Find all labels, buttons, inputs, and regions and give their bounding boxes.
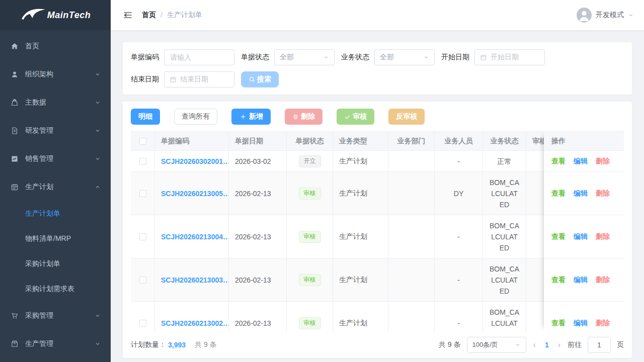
query-all-button[interactable]: 查询所有 [174,109,217,125]
doc-status-value: 全部 [280,53,294,62]
start-date-input[interactable]: 开始日期 [474,49,545,65]
breadcrumb-home[interactable]: 首页 [142,11,156,20]
view-link[interactable]: 查看 [551,232,566,241]
chevron-down-icon [423,54,429,60]
doc-code-input[interactable] [164,49,234,65]
trend-chart-icon [10,154,19,163]
select-all-checkbox[interactable] [139,138,146,145]
end-date-placeholder: 结束日期 [180,75,208,84]
sidebar-item-purchasing[interactable]: 采购管理 [0,302,111,330]
view-link[interactable]: 查看 [551,276,566,285]
sidebar-item-organization[interactable]: 组织架构 [0,60,111,88]
user-menu[interactable]: 开发模式 [577,8,634,23]
chevron-down-icon [95,71,101,77]
goto-page-input[interactable] [588,337,611,353]
row-checkbox[interactable] [139,320,146,327]
delete-link[interactable]: 删除 [596,276,610,285]
sidebar-item-sales[interactable]: 销售管理 [0,145,111,173]
row-checkbox[interactable] [139,158,146,165]
doc-code-link[interactable]: SCJH20260213003… [161,276,229,284]
biz-status-select[interactable]: 全部 [374,49,435,65]
biz-dept-cell [388,151,435,171]
toolbar: 明细 查询所有 ＋ 新增 删除 [131,109,624,125]
sidebar-item-label: 销售管理 [25,154,95,163]
delete-link[interactable]: 删除 [596,232,610,241]
biz-status-cell: BOM_CALCULATED [483,215,526,258]
end-date-input[interactable]: 结束日期 [164,71,234,87]
cart-icon [10,311,19,320]
next-page-button[interactable]: › [557,340,561,349]
filter-biz-status: 业务状态 全部 [341,49,435,65]
biz-status-value: 全部 [380,53,394,62]
filter-panel: 单据编码 单据状态 全部 业务状态 [123,42,632,95]
sidebar-item-label: 生产管理 [25,339,95,348]
edit-link[interactable]: 编辑 [574,276,588,285]
search-button-label: 搜索 [257,75,271,84]
detail-button[interactable]: 明细 [131,109,160,125]
sidebar-subitem-production-plan-doc[interactable]: 生产计划单 [0,201,111,226]
doc-code-link[interactable]: SCJH20260213002… [161,319,229,327]
delete-link[interactable]: 删除 [596,157,610,166]
view-link[interactable]: 查看 [551,157,566,166]
row-actions: 查看 编辑 删除 [544,302,624,331]
delete-button-label: 删除 [301,112,315,121]
biz-person-cell: - [435,258,483,301]
sidebar-subitem-purchase-plan-demand[interactable]: 采购计划需求表 [0,277,111,302]
doc-code-link[interactable]: SCJH20260213004… [161,233,229,241]
doc-code-link[interactable]: SCJH20260302001… [161,157,229,165]
box-icon [10,339,19,348]
delete-link[interactable]: 删除 [596,319,610,328]
trash-icon [292,114,299,120]
edit-link[interactable]: 编辑 [574,157,588,166]
sidebar-item-rnd[interactable]: 研发管理 [0,117,111,145]
status-tag: 审核 [299,274,321,286]
view-link[interactable]: 查看 [551,189,566,198]
sidebar-item-production-mgmt[interactable]: 生产管理 [0,330,111,358]
biz-status-cell: BOM_CALCULATED [483,258,526,301]
sidebar-subitem-bom-mrp[interactable]: 物料清单/MRP [0,226,111,251]
current-page[interactable]: 1 [545,341,549,349]
page-size-select[interactable]: 100条/页 [467,337,526,353]
row-checkbox[interactable] [139,233,146,240]
filter-start-date: 开始日期 开始日期 [441,49,545,65]
doc-status-select[interactable]: 全部 [274,49,335,65]
prev-page-button[interactable]: ‹ [532,340,537,349]
row-actions: 查看 编辑 删除 [544,151,624,172]
biz-dept-cell [388,302,435,331]
audit-button[interactable]: 审核 [337,109,374,125]
home-icon [10,42,19,51]
breadcrumb-separator: / [160,11,163,19]
chevron-down-icon [515,342,521,348]
status-tag: 开立 [299,155,321,167]
edit-link[interactable]: 编辑 [574,189,588,198]
doc-code-link[interactable]: SCJH20260213005… [161,190,229,198]
biz-type-cell: 生产计划 [333,215,388,258]
delete-link[interactable]: 删除 [596,189,610,198]
biz-person-cell: - [435,215,483,258]
sidebar-subitem-label: 采购计划单 [25,259,60,268]
edit-link[interactable]: 编辑 [574,319,588,328]
sidebar-collapse-icon[interactable] [123,10,133,20]
sidebar-subitem-purchase-plan-doc[interactable]: 采购计划单 [0,251,111,277]
delete-button[interactable]: 删除 [285,109,323,125]
sidebar-item-master-data[interactable]: 主数据 [0,88,111,117]
sidebar-item-home[interactable]: 首页 [0,32,111,60]
col-biz-status: 业务状态 [483,132,526,150]
app-window: MainTech 首页 组织架构 [0,0,644,362]
unaudit-button[interactable]: 反审核 [388,109,425,125]
doc-status-label: 单据状态 [241,53,269,62]
sidebar-item-production-plan[interactable]: 生产计划 [0,173,111,201]
calendar-icon [170,76,177,83]
table-panel: 明细 查询所有 ＋ 新增 删除 [123,102,632,358]
sidebar-item-label: 采购管理 [25,311,95,320]
add-button[interactable]: ＋ 新增 [231,109,271,125]
biz-status-label: 业务状态 [341,53,369,62]
row-checkbox[interactable] [139,190,146,197]
edit-link[interactable]: 编辑 [574,232,588,241]
total-records: 共 9 条 [439,340,461,349]
row-checkbox[interactable] [139,277,146,284]
view-link[interactable]: 查看 [551,319,566,328]
biz-dept-cell [388,172,435,215]
brand-swoosh-icon [20,7,46,24]
search-button[interactable]: 搜索 [241,71,279,87]
